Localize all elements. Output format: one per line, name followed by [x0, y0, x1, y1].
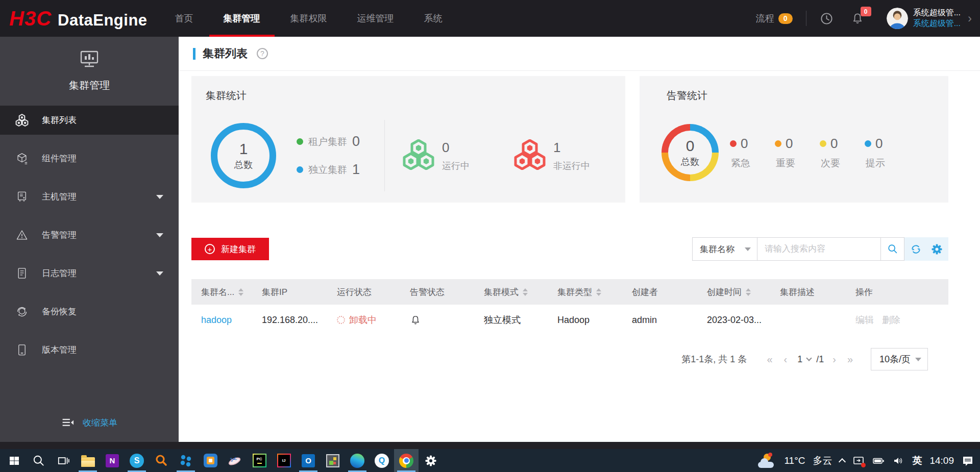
folder-icon: [81, 457, 95, 467]
sidebar-item-log-mgmt[interactable]: 日志管理: [0, 259, 179, 288]
chevron-right-icon[interactable]: ›: [968, 11, 972, 26]
header-alarm-status: 告警状态: [410, 286, 484, 298]
main-nav: 首页 集群管理 集群权限 运维管理 系统: [174, 0, 444, 37]
not-running-stat: 1 非运行中: [513, 139, 590, 172]
next-page-button[interactable]: ›: [832, 354, 836, 365]
header-created-time[interactable]: 创建时间: [707, 286, 780, 298]
document-icon: [15, 267, 29, 280]
header-cluster-name[interactable]: 集群名...: [191, 286, 262, 298]
alarm-stats-body: 0 总数 0 紧急 0 重要: [662, 124, 948, 181]
search-input[interactable]: [757, 238, 880, 260]
sidebar-item-cluster-list[interactable]: 集群列表: [0, 106, 179, 135]
sidebar-item-alarm-mgmt[interactable]: 告警管理: [0, 220, 179, 250]
user-role-link[interactable]: 系统超级管...: [913, 18, 961, 29]
settings-button[interactable]: [419, 449, 443, 472]
header-run-status: 运行状态: [337, 286, 410, 298]
outlook-icon: O: [302, 454, 315, 467]
current-page[interactable]: 1: [797, 354, 802, 365]
chevron-down-icon: [156, 233, 163, 237]
intellij-button[interactable]: IJ: [272, 449, 296, 472]
snipping-tool-button[interactable]: ✂: [223, 449, 247, 472]
search-app-button[interactable]: [149, 449, 174, 472]
taskbar-search-button[interactable]: [27, 449, 51, 472]
volume-icon[interactable]: [892, 455, 904, 467]
search-button[interactable]: [880, 238, 904, 260]
vmware-button[interactable]: [198, 449, 223, 472]
outlook-button[interactable]: O: [296, 449, 321, 472]
nav-item-system[interactable]: 系统: [423, 0, 444, 37]
sidebar-item-label: 组件管理: [42, 153, 77, 164]
display-sync-icon[interactable]: [852, 455, 865, 467]
delete-action[interactable]: 删除: [882, 314, 900, 326]
pycharm-icon: PC: [253, 454, 266, 467]
h3c-logo: H3C: [9, 7, 52, 30]
user-name-block[interactable]: 系统超级管... 系统超级管...: [913, 8, 961, 29]
cluster-legend: 租户集群 0 独立集群 1: [297, 134, 360, 178]
edit-action[interactable]: 编辑: [855, 314, 874, 326]
history-clock-icon[interactable]: [820, 12, 834, 26]
user-avatar[interactable]: [887, 8, 908, 29]
cluster-mode-cell: 独立模式: [484, 314, 557, 326]
nav-item-cluster-perm[interactable]: 集群权限: [289, 0, 328, 37]
cluster-name-link[interactable]: hadoop: [201, 315, 232, 325]
filter-field-select[interactable]: 集群名称: [693, 238, 757, 260]
start-button[interactable]: [2, 449, 27, 472]
collapse-menu-button[interactable]: 收缩菜单: [0, 416, 179, 429]
sort-icon[interactable]: [523, 288, 528, 296]
sidebar-item-backup-restore[interactable]: 备份恢复: [0, 297, 179, 326]
help-icon[interactable]: ?: [257, 48, 268, 59]
hidden-icons-chevron-icon[interactable]: [839, 458, 846, 465]
header-creator: 创建者: [632, 286, 707, 298]
pycharm-button[interactable]: PC: [247, 449, 272, 472]
stats-cards: 集群统计 1 总数 租户集群 0: [191, 76, 948, 203]
task-view-button[interactable]: [51, 449, 76, 472]
create-cluster-button[interactable]: + 新建集群: [191, 238, 269, 260]
search-icon: [32, 454, 45, 467]
page-select-chevron-icon[interactable]: [806, 355, 812, 361]
sidebar-item-version-mgmt[interactable]: 版本管理: [0, 335, 179, 364]
first-page-button[interactable]: «: [767, 354, 772, 365]
cluster-ip-cell: 192.168.20....: [262, 315, 337, 326]
sort-icon[interactable]: [746, 288, 751, 296]
last-page-button[interactable]: »: [847, 354, 853, 365]
refresh-icon[interactable]: [910, 243, 922, 255]
sidebar-item-component-mgmt[interactable]: 组件管理: [0, 144, 179, 173]
nav-item-cluster-mgmt[interactable]: 集群管理: [223, 0, 261, 37]
sidebar-item-host-mgmt[interactable]: 主机管理: [0, 182, 179, 211]
chrome-button[interactable]: [394, 449, 419, 472]
header-cluster-mode[interactable]: 集群模式: [484, 286, 557, 298]
onenote-button[interactable]: N: [100, 449, 125, 472]
notifications-bell-icon[interactable]: 0: [851, 12, 864, 25]
weather-condition[interactable]: 多云: [813, 454, 832, 467]
blue-dots-app-button[interactable]: [174, 449, 198, 472]
header-cluster-type[interactable]: 集群类型: [557, 286, 632, 298]
temperature[interactable]: 11°C: [784, 455, 805, 466]
cluster-donut-chart: 1 总数: [211, 123, 276, 188]
nav-item-home[interactable]: 首页: [174, 0, 194, 37]
sort-icon[interactable]: [596, 288, 601, 296]
action-center-icon[interactable]: [962, 455, 974, 467]
column-settings-gear-icon[interactable]: [931, 243, 943, 255]
cluster-stats-card: 集群统计 1 总数 租户集群 0: [191, 76, 625, 203]
edge-button[interactable]: [345, 449, 370, 472]
table-header-row: 集群名... 集群IP 运行状态 告警状态 集群模式 集群类型 创建者 创建时间…: [191, 279, 948, 305]
battery-icon[interactable]: [872, 455, 885, 467]
input-language[interactable]: 英: [912, 454, 922, 467]
clock-time[interactable]: 14:09: [929, 455, 954, 466]
weather-icon[interactable]: [758, 454, 776, 468]
sort-icon[interactable]: [238, 288, 243, 296]
create-cluster-label: 新建集群: [221, 243, 256, 255]
flow-indicator[interactable]: 流程 0: [756, 12, 793, 24]
nav-item-ops-mgmt[interactable]: 运维管理: [356, 0, 395, 37]
orange-dot-icon: [775, 140, 781, 147]
file-explorer-button[interactable]: [76, 449, 100, 472]
terminal-app-button[interactable]: [321, 449, 345, 472]
page-size-select[interactable]: 10条/页: [871, 348, 928, 370]
alarm-bell-icon[interactable]: [410, 314, 484, 326]
prev-page-button[interactable]: ‹: [784, 354, 788, 365]
hex-cluster-icon: [15, 114, 29, 127]
cluster-stats-title: 集群统计: [206, 89, 625, 103]
skype-button[interactable]: S: [125, 449, 149, 472]
qq-browser-button[interactable]: Q: [370, 449, 394, 472]
search-icon: [887, 243, 898, 255]
